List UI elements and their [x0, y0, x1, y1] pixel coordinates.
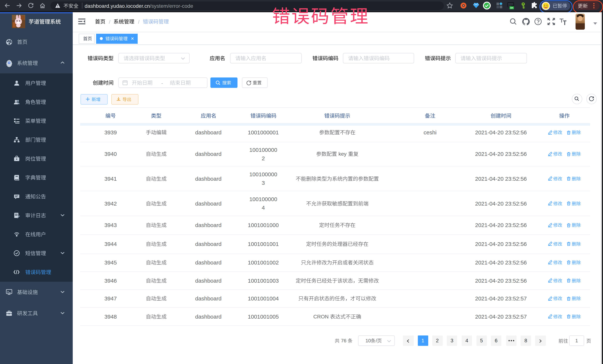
svg-text:on: on	[510, 6, 513, 9]
